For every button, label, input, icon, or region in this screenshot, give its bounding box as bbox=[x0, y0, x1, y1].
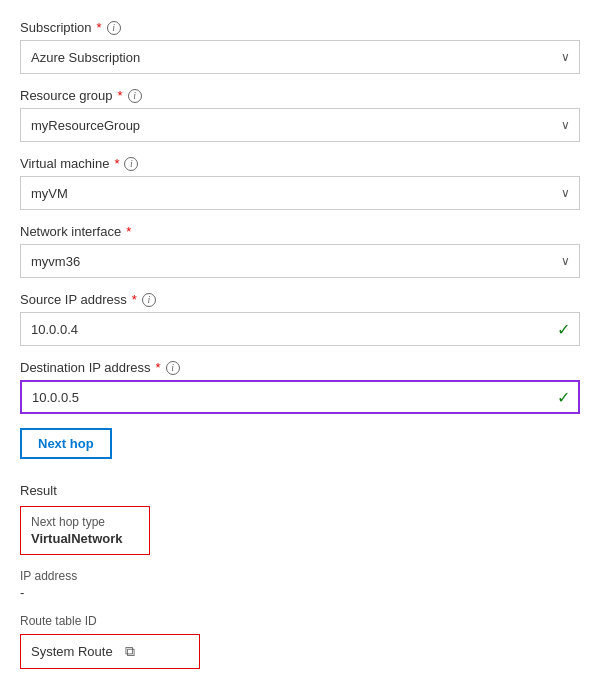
destination-ip-field: Destination IP address * i ✓ bbox=[20, 360, 580, 414]
network-interface-select[interactable]: myvm36 bbox=[20, 244, 580, 278]
virtual-machine-select-wrapper: myVM ∨ bbox=[20, 176, 580, 210]
source-ip-check-icon: ✓ bbox=[557, 320, 570, 339]
subscription-field: Subscription * i Azure Subscription ∨ bbox=[20, 20, 580, 74]
destination-ip-input-wrapper: ✓ bbox=[20, 380, 580, 414]
next-hop-button[interactable]: Next hop bbox=[20, 428, 112, 459]
virtual-machine-field: Virtual machine * i myVM ∨ bbox=[20, 156, 580, 210]
ip-address-label: IP address bbox=[20, 569, 580, 583]
network-interface-required-star: * bbox=[126, 224, 131, 239]
route-table-card: System Route ⧉ bbox=[20, 634, 200, 669]
network-interface-label-text: Network interface bbox=[20, 224, 121, 239]
route-table-section: Route table ID System Route ⧉ bbox=[20, 614, 580, 669]
resource-group-label: Resource group * i bbox=[20, 88, 580, 103]
resource-group-required-star: * bbox=[118, 88, 123, 103]
source-ip-input[interactable] bbox=[20, 312, 580, 346]
copy-icon[interactable]: ⧉ bbox=[125, 643, 135, 660]
virtual-machine-label-text: Virtual machine bbox=[20, 156, 109, 171]
route-table-label: Route table ID bbox=[20, 614, 580, 628]
subscription-label-text: Subscription bbox=[20, 20, 92, 35]
destination-ip-label-text: Destination IP address bbox=[20, 360, 151, 375]
subscription-select[interactable]: Azure Subscription bbox=[20, 40, 580, 74]
resource-group-select[interactable]: myResourceGroup bbox=[20, 108, 580, 142]
source-ip-required-star: * bbox=[132, 292, 137, 307]
virtual-machine-info-icon[interactable]: i bbox=[124, 157, 138, 171]
subscription-label: Subscription * i bbox=[20, 20, 580, 35]
next-hop-type-card: Next hop type VirtualNetwork bbox=[20, 506, 150, 555]
virtual-machine-select[interactable]: myVM bbox=[20, 176, 580, 210]
source-ip-info-icon[interactable]: i bbox=[142, 293, 156, 307]
network-interface-select-wrapper: myvm36 ∨ bbox=[20, 244, 580, 278]
subscription-required-star: * bbox=[97, 20, 102, 35]
destination-ip-label: Destination IP address * i bbox=[20, 360, 580, 375]
destination-ip-check-icon: ✓ bbox=[557, 388, 570, 407]
resource-group-field: Resource group * i myResourceGroup ∨ bbox=[20, 88, 580, 142]
subscription-info-icon[interactable]: i bbox=[107, 21, 121, 35]
ip-address-section: IP address - bbox=[20, 569, 580, 600]
virtual-machine-label: Virtual machine * i bbox=[20, 156, 580, 171]
destination-ip-input[interactable] bbox=[20, 380, 580, 414]
resource-group-info-icon[interactable]: i bbox=[128, 89, 142, 103]
source-ip-label-text: Source IP address bbox=[20, 292, 127, 307]
virtual-machine-required-star: * bbox=[114, 156, 119, 171]
network-interface-field: Network interface * myvm36 ∨ bbox=[20, 224, 580, 278]
subscription-select-wrapper: Azure Subscription ∨ bbox=[20, 40, 580, 74]
destination-ip-info-icon[interactable]: i bbox=[166, 361, 180, 375]
result-title: Result bbox=[20, 483, 580, 498]
ip-address-value: - bbox=[20, 585, 580, 600]
resource-group-select-wrapper: myResourceGroup ∨ bbox=[20, 108, 580, 142]
destination-ip-required-star: * bbox=[156, 360, 161, 375]
network-interface-label: Network interface * bbox=[20, 224, 580, 239]
next-hop-type-label: Next hop type bbox=[31, 515, 139, 529]
source-ip-input-wrapper: ✓ bbox=[20, 312, 580, 346]
source-ip-label: Source IP address * i bbox=[20, 292, 580, 307]
route-table-value: System Route bbox=[31, 644, 113, 659]
result-section: Result Next hop type VirtualNetwork IP a… bbox=[20, 483, 580, 669]
source-ip-field: Source IP address * i ✓ bbox=[20, 292, 580, 346]
resource-group-label-text: Resource group bbox=[20, 88, 113, 103]
next-hop-type-value: VirtualNetwork bbox=[31, 531, 139, 546]
